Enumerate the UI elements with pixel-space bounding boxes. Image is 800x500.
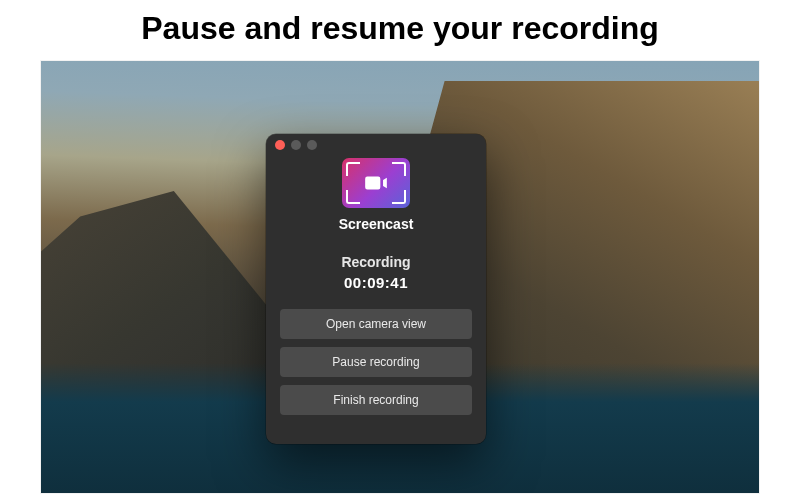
finish-recording-button[interactable]: Finish recording <box>280 385 472 415</box>
recording-timer: 00:09:41 <box>344 274 408 291</box>
app-name-label: Screencast <box>339 216 414 232</box>
promo-headline: Pause and resume your recording <box>0 0 800 61</box>
window-close-button[interactable] <box>275 140 285 150</box>
window-zoom-button[interactable] <box>307 140 317 150</box>
app-icon <box>342 158 410 208</box>
capture-bracket-icon <box>346 190 360 204</box>
desktop-screenshot-frame: Screencast Recording 00:09:41 Open camer… <box>41 61 759 493</box>
window-minimize-button[interactable] <box>291 140 301 150</box>
capture-bracket-icon <box>346 162 360 176</box>
window-titlebar <box>266 134 486 156</box>
screencast-app-window: Screencast Recording 00:09:41 Open camer… <box>266 134 486 444</box>
recording-status-label: Recording <box>341 254 410 270</box>
capture-bracket-icon <box>392 190 406 204</box>
action-button-group: Open camera view Pause recording Finish … <box>266 309 486 415</box>
capture-bracket-icon <box>392 162 406 176</box>
pause-recording-button[interactable]: Pause recording <box>280 347 472 377</box>
open-camera-view-button[interactable]: Open camera view <box>280 309 472 339</box>
video-camera-icon <box>363 170 389 196</box>
